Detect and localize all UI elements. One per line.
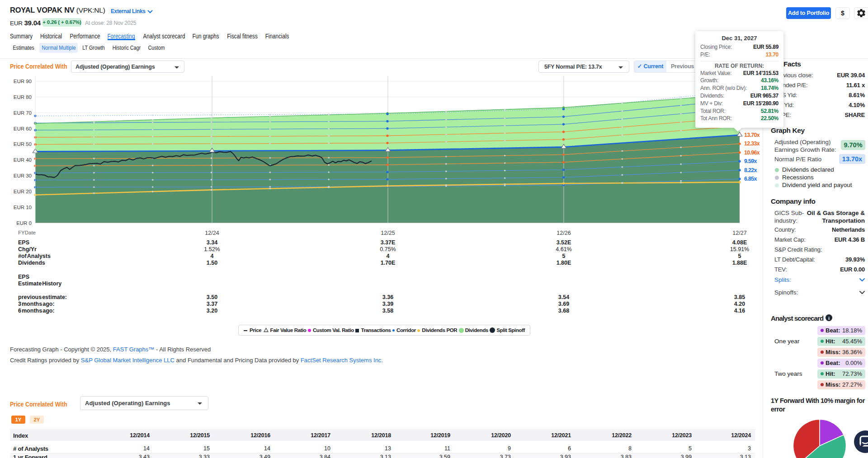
svg-text:12.33x: 12.33x [744,140,760,147]
svg-text:EUR 20: EUR 20 [14,189,32,194]
svg-text:9.59x: 9.59x [744,158,757,164]
svg-text:EUR 70: EUR 70 [14,110,32,116]
svg-text:13.70x: 13.70x [744,132,760,138]
svg-text:EUR 30: EUR 30 [14,173,32,178]
svg-text:EUR 10: EUR 10 [14,205,32,210]
svg-text:6.85x: 6.85x [744,176,757,182]
svg-text:10.96x: 10.96x [744,150,760,156]
svg-text:EUR 40: EUR 40 [14,157,32,163]
svg-text:8.22x: 8.22x [744,167,757,173]
svg-text:EUR 90: EUR 90 [14,79,32,84]
svg-text:EUR 80: EUR 80 [14,94,32,100]
svg-text:EUR 60: EUR 60 [14,126,32,131]
svg-text:EUR 50: EUR 50 [14,141,32,147]
svg-text:EUR 0: EUR 0 [16,220,32,226]
